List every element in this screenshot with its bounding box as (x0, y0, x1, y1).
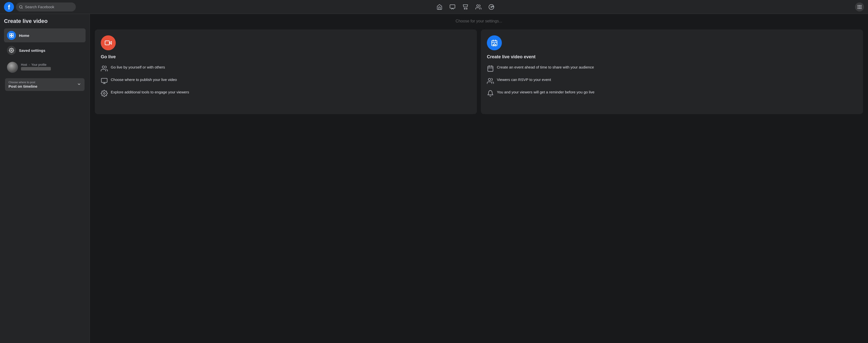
chevron-down-icon (77, 82, 81, 87)
friends-nav-icon[interactable] (472, 1, 485, 13)
go-live-feature-1: Go live by yourself or with others (101, 65, 471, 72)
svg-rect-15 (859, 6, 860, 7)
rsvp-icon (487, 77, 494, 84)
live-event-feature-text-1: Create an event ahead of time to share w… (497, 65, 594, 70)
choose-where-value: Post on timeline (8, 84, 81, 89)
sidebar: Create live video Home Saved settings (0, 14, 90, 343)
go-live-card: Go live Go live by yourself or with othe… (95, 29, 477, 114)
svg-rect-19 (861, 8, 861, 9)
svg-point-5 (477, 5, 479, 7)
svg-point-10 (493, 6, 493, 7)
live-event-feature-text-3: You and your viewers will get a reminder… (497, 90, 594, 95)
partial-title: Choose for your settings... (95, 19, 863, 24)
live-event-feature-3: You and your viewers will get a reminder… (487, 90, 857, 97)
video-camera-icon (105, 39, 112, 46)
sidebar-title: Create live video (4, 18, 86, 25)
svg-point-4 (466, 8, 467, 9)
svg-marker-25 (110, 41, 112, 44)
svg-rect-17 (858, 8, 859, 9)
header-nav (76, 1, 855, 13)
host-label: Host - Your profile (21, 63, 83, 67)
svg-rect-11 (858, 5, 859, 6)
watch-nav-icon[interactable] (446, 1, 459, 13)
svg-line-1 (22, 8, 23, 8)
sidebar-saved-settings-label: Saved settings (19, 48, 45, 53)
svg-rect-22 (10, 36, 11, 37)
go-live-icon-circle (101, 35, 116, 50)
live-event-card: Create live video event Create an event … (481, 29, 863, 114)
svg-rect-13 (861, 5, 861, 6)
calendar-star-icon (491, 39, 498, 46)
go-live-feature-text-2: Choose where to publish your live video (111, 77, 177, 82)
live-event-title: Create live video event (487, 54, 857, 60)
settings-icon-circle (7, 46, 16, 55)
grid-menu-button[interactable] (855, 2, 864, 11)
go-live-feature-text-1: Go live by yourself or with others (111, 65, 165, 70)
choose-section: Choose where to post Post on timeline (4, 78, 86, 91)
svg-rect-20 (10, 34, 11, 35)
calendar-icon (487, 65, 494, 72)
live-event-feature-2: Viewers can RSVP to your event (487, 77, 857, 84)
host-section: Host - Your profile (4, 59, 86, 75)
bell-icon (487, 90, 494, 97)
search-bar[interactable] (16, 2, 76, 11)
search-input[interactable] (25, 5, 73, 9)
svg-rect-12 (859, 5, 860, 6)
live-event-feature-1: Create an event ahead of time to share w… (487, 65, 857, 72)
svg-rect-23 (12, 36, 13, 37)
home-nav-icon[interactable] (434, 1, 445, 13)
search-icon (19, 5, 23, 9)
choose-where-label: Choose where to post (8, 81, 81, 84)
svg-rect-16 (861, 6, 861, 7)
avatar-image (7, 62, 18, 73)
facebook-logo[interactable]: f (4, 2, 14, 12)
people-icon-1 (101, 65, 108, 72)
go-live-feature-2: Choose where to publish your live video (101, 77, 471, 84)
sidebar-item-saved-settings[interactable]: Saved settings (4, 43, 86, 57)
svg-marker-36 (493, 43, 496, 46)
tools-icon (101, 90, 108, 97)
host-info: Host - Your profile (21, 63, 83, 71)
svg-point-24 (11, 50, 12, 51)
svg-rect-37 (488, 66, 493, 71)
svg-point-31 (103, 93, 105, 94)
host-name-blurred (21, 67, 51, 70)
svg-rect-2 (450, 5, 455, 8)
header-right (855, 2, 864, 11)
sidebar-home-label: Home (19, 33, 29, 38)
go-live-feature-text-3: Explore additional tools to engage your … (111, 90, 189, 95)
go-live-feature-3: Explore additional tools to engage your … (101, 90, 471, 97)
svg-point-3 (464, 8, 465, 9)
gaming-nav-icon[interactable] (485, 1, 497, 13)
sidebar-item-home[interactable]: Home (4, 28, 86, 42)
svg-rect-21 (12, 34, 13, 35)
svg-rect-28 (101, 78, 107, 82)
header: f (0, 0, 868, 14)
content-area: Choose for your settings... Go live Go l… (90, 14, 868, 343)
svg-point-41 (488, 78, 491, 81)
svg-rect-18 (859, 8, 860, 9)
cards-row: Go live Go live by yourself or with othe… (95, 29, 863, 114)
main-layout: Create live video Home Saved settings (0, 14, 868, 343)
publish-icon (101, 77, 108, 84)
go-live-title: Go live (101, 54, 471, 60)
home-icon-circle (7, 31, 16, 40)
marketplace-nav-icon[interactable] (460, 1, 471, 13)
live-event-feature-text-2: Viewers can RSVP to your event (497, 77, 551, 82)
svg-point-27 (102, 66, 104, 68)
live-event-icon-circle (487, 35, 502, 50)
svg-rect-26 (105, 41, 110, 45)
host-avatar (7, 62, 18, 73)
choose-where-dropdown[interactable]: Choose where to post Post on timeline (5, 78, 85, 91)
svg-rect-14 (858, 6, 859, 7)
